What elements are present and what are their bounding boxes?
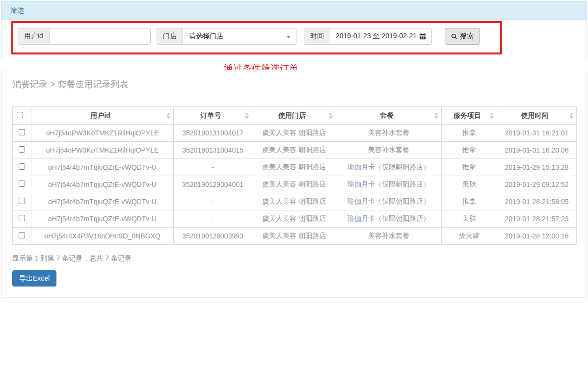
column-label: 使用时间 — [521, 111, 549, 119]
row-checkbox[interactable] — [19, 129, 25, 135]
row-select-cell — [13, 159, 31, 176]
row-select-cell — [13, 142, 31, 159]
date-range-value: 2019-01-23 至 2019-02-21 — [336, 32, 417, 41]
sort-icon[interactable] — [166, 113, 170, 119]
store-label: 门店 — [157, 28, 183, 45]
chevron-down-icon — [287, 36, 291, 38]
record-summary: 显示第 1 到第 7 条记录，总共 7 条记录 — [12, 254, 576, 263]
column-header-0[interactable]: 用户id — [31, 107, 174, 125]
time-label: 时间 — [304, 28, 330, 45]
sort-down-icon — [569, 116, 573, 119]
column-header-3[interactable]: 套餐 — [336, 107, 442, 125]
column-label: 服务项目 — [454, 111, 481, 119]
content-panel: 消费记录 > 套餐使用记录列表 用户id订单号使用门店套餐服务项目使用时间 oH… — [1, 70, 587, 298]
date-range-input[interactable]: 2019-01-23 至 2019-02-21 — [330, 28, 432, 45]
sort-up-icon — [245, 113, 249, 115]
cell-user-id: oH7j54oPW3KoTMKZ1RilHqiOPYLE — [31, 142, 174, 159]
column-header-2[interactable]: 使用门店 — [252, 107, 336, 125]
cell-package: 瑜伽月卡（仅限朝阳路店） — [336, 176, 442, 193]
cell-order-no: - — [174, 193, 252, 210]
cell-order-no: 3520190129004001 — [174, 176, 252, 193]
cell-package: 瑜伽月卡（仅限朝阳路店） — [336, 193, 442, 210]
cell-service: 推拿 — [442, 159, 497, 176]
cell-store: 虞美人美容 朝阳路店 — [252, 125, 336, 142]
cell-store: 虞美人美容 朝阳路店 — [252, 210, 336, 228]
row-checkbox[interactable] — [19, 198, 25, 204]
cell-package: 瑜伽月卡（仅限朝阳路店） — [336, 159, 442, 176]
time-input-group: 时间 2019-01-23 至 2019-02-21 — [304, 28, 432, 45]
filter-panel-body: 用户id 门店 请选择门店 时间 2019-01-23 至 2019-02-21 — [1, 20, 587, 59]
cell-order-no: 3520190131004017 — [174, 125, 252, 142]
row-checkbox[interactable] — [19, 146, 25, 153]
table-row: oH7j54r4b7mTqjuQZrE-vWQDTv-U-虞美人美容 朝阳路店瑜… — [13, 159, 577, 176]
column-label: 套餐 — [380, 111, 394, 119]
sort-up-icon — [434, 113, 438, 115]
cell-store: 虞美人美容 朝阳路店 — [252, 159, 336, 176]
cell-used-time: 2019-01-28 21:58:05 — [497, 193, 577, 210]
cell-used-time: 2019-01-29 09:12:52 — [497, 176, 577, 193]
filter-panel-title: 筛选 — [10, 6, 24, 14]
row-checkbox[interactable] — [19, 215, 25, 221]
records-table-wrap: 用户id订单号使用门店套餐服务项目使用时间 oH7j54oPW3KoTMKZ1R… — [12, 106, 576, 245]
column-header-1[interactable]: 订单号 — [174, 107, 252, 125]
cell-used-time: 2019-01-31 16:21:01 — [497, 125, 577, 142]
sort-down-icon — [166, 116, 170, 119]
cell-order-no: 3520190128003993 — [174, 228, 252, 245]
row-select-cell — [13, 210, 31, 228]
row-checkbox[interactable] — [19, 163, 25, 170]
cell-service: 推拿 — [442, 142, 497, 159]
store-select-value: 请选择门店 — [189, 32, 223, 41]
divider — [12, 97, 576, 97]
cell-store: 虞美人美容 朝阳路店 — [252, 142, 336, 159]
select-all-cell — [13, 107, 31, 125]
table-row: oH7j54oPW3KoTMKZ1RilHqiOPYLE352019013100… — [13, 142, 577, 159]
sort-icon[interactable] — [490, 113, 494, 119]
search-icon — [451, 33, 457, 40]
user-id-input[interactable] — [49, 28, 151, 45]
breadcrumb: 消费记录 > 套餐使用记录列表 — [12, 78, 576, 90]
table-row: oH7j54r4b7mTqjuQZrE-vWQDTv-U352019012900… — [13, 176, 577, 193]
cell-user-id: oH7j54r4b7mTqjuQZrE-vWQDTv-U — [31, 193, 174, 210]
store-select[interactable]: 请选择门店 — [183, 28, 296, 45]
user-id-label: 用户id — [18, 28, 49, 45]
table-header-row: 用户id订单号使用门店套餐服务项目使用时间 — [13, 107, 577, 125]
table-row: oH7j54r4X4P3V16nDHn9O_0NBGXQ352019012800… — [13, 228, 577, 245]
cell-used-time: 2019-01-28 21:57:23 — [497, 210, 577, 228]
cell-used-time: 2019-01-29 15:13:28 — [497, 159, 577, 176]
records-table: 用户id订单号使用门店套餐服务项目使用时间 oH7j54oPW3KoTMKZ1R… — [12, 106, 577, 245]
row-checkbox[interactable] — [19, 181, 25, 187]
sort-down-icon — [490, 116, 494, 119]
table-row: oH7j54r4b7mTqjuQZrE-vWQDTv-U-虞美人美容 朝阳路店瑜… — [13, 193, 577, 210]
sort-icon[interactable] — [329, 113, 333, 119]
cell-user-id: oH7j54r4b7mTqjuQZrE-vWQDTv-U — [31, 159, 174, 176]
sort-icon[interactable] — [569, 113, 573, 119]
row-select-cell — [13, 193, 31, 210]
row-select-cell — [13, 125, 31, 142]
cell-package: 美容补水套餐 — [336, 142, 442, 159]
select-all-checkbox[interactable] — [17, 112, 23, 118]
sort-up-icon — [490, 113, 494, 115]
column-header-5[interactable]: 使用时间 — [497, 107, 577, 125]
sort-icon[interactable] — [245, 113, 249, 119]
cell-store: 虞美人美容 朝阳路店 — [252, 228, 336, 245]
user-id-input-group: 用户id — [18, 28, 151, 45]
row-select-cell — [13, 228, 31, 245]
table-row: oH7j54r4b7mTqjuQZrE-vWQDTv-U-虞美人美容 朝阳路店瑜… — [13, 210, 577, 228]
column-label: 使用门店 — [278, 111, 306, 119]
sort-down-icon — [329, 116, 333, 119]
sort-icon[interactable] — [434, 113, 438, 119]
cell-order-no: 3520190131004015 — [174, 142, 252, 159]
row-checkbox[interactable] — [19, 232, 25, 238]
export-excel-button[interactable]: 导出Excel — [12, 270, 56, 287]
sort-up-icon — [329, 113, 333, 115]
cell-used-time: 2019-01-31 16:20:06 — [497, 142, 577, 159]
cell-service: 拔火罐 — [442, 228, 497, 245]
table-row: oH7j54oPW3KoTMKZ1RilHqiOPYLE352019013100… — [13, 125, 577, 142]
column-header-4[interactable]: 服务项目 — [442, 107, 497, 125]
row-select-cell — [13, 176, 31, 193]
filter-panel-heading: 筛选 — [1, 1, 587, 20]
search-button-label: 搜索 — [460, 32, 474, 41]
calendar-icon — [419, 33, 426, 40]
cell-order-no: - — [174, 210, 252, 228]
search-button[interactable]: 搜索 — [445, 28, 480, 45]
